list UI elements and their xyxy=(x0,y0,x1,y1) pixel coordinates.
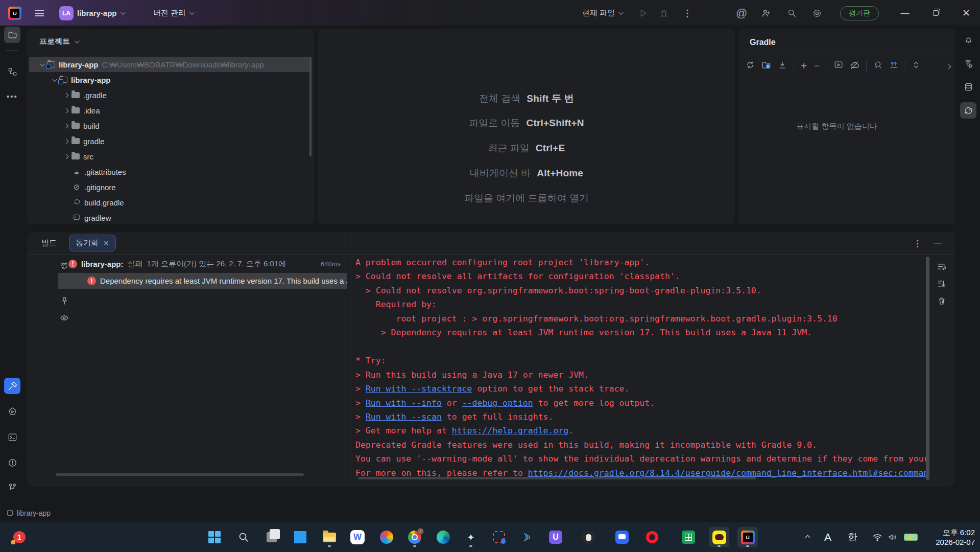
ime-korean-indicator[interactable]: 한 xyxy=(848,522,857,552)
more-tool-windows-icon[interactable]: ••• xyxy=(4,88,20,104)
wifi-icon[interactable] xyxy=(872,522,882,552)
taskbar-clock[interactable]: 오후 6:022026-02-07 xyxy=(936,522,975,552)
tray-expand-icon[interactable] xyxy=(806,522,809,552)
main-menu-button[interactable] xyxy=(35,0,44,26)
build-console[interactable]: A problem occurred configuring root proj… xyxy=(355,256,930,480)
hide-build-panel-icon[interactable]: — xyxy=(934,238,942,247)
chevron-right-icon[interactable] xyxy=(64,93,69,98)
build-root-row[interactable]: ! library-app: 실패 1개 오류이(가) 있는 26. 2. 7.… xyxy=(58,256,344,271)
opera-icon[interactable] xyxy=(642,527,662,547)
kakaotalk-icon[interactable] xyxy=(709,527,729,547)
project-tool-icon[interactable] xyxy=(4,27,20,43)
trial-badge[interactable]: 평가판 xyxy=(840,0,879,26)
project-panel-header[interactable]: 프로젝트 xyxy=(39,37,78,47)
chevron-right-icon[interactable] xyxy=(64,123,69,128)
soft-wrap-icon[interactable] xyxy=(937,262,946,273)
tab-sync[interactable]: 동기화 ✕ xyxy=(69,235,116,251)
run-button[interactable] xyxy=(638,0,648,26)
problems-tool-icon[interactable] xyxy=(4,454,20,471)
chevron-right-icon[interactable] xyxy=(64,108,69,113)
tree-item--gradle[interactable]: .gradle xyxy=(29,87,309,103)
scroll-to-end-icon[interactable] xyxy=(937,279,946,291)
whale-browser-icon[interactable]: W xyxy=(347,527,368,547)
tree-item-build[interactable]: build xyxy=(29,118,309,133)
settings-button[interactable] xyxy=(812,0,822,26)
project-scrollbar[interactable] xyxy=(309,57,312,156)
build-more-options-icon[interactable]: ⋮ xyxy=(913,238,922,249)
notification-badge-icon[interactable]: 1 xyxy=(9,527,30,547)
console-link[interactable]: Run with --scan xyxy=(366,412,442,422)
structure-tool-icon[interactable] xyxy=(4,63,20,80)
pin-tab-icon[interactable] xyxy=(59,295,70,306)
console-hscrollbar[interactable] xyxy=(358,477,756,479)
offline-mode-icon[interactable] xyxy=(850,60,859,72)
run-configuration-selector[interactable]: 현재 파일 xyxy=(582,0,622,26)
notifications-icon[interactable] xyxy=(960,31,976,48)
console-link[interactable]: Run with --stacktrace xyxy=(366,384,472,394)
console-link[interactable]: --debug option xyxy=(462,398,533,408)
project-widget[interactable]: LA library-app xyxy=(59,0,124,26)
file-explorer-icon[interactable] xyxy=(319,527,340,547)
close-button[interactable]: ✕ xyxy=(954,0,978,26)
hide-panel-chevron-icon[interactable] xyxy=(947,61,950,71)
task-search-icon[interactable] xyxy=(873,60,882,72)
tree-item-gradle[interactable]: gradle xyxy=(29,133,309,149)
capture-tool-icon[interactable] xyxy=(489,527,509,547)
minimize-button[interactable]: — xyxy=(893,0,917,26)
build-tool-icon[interactable] xyxy=(4,378,20,394)
source-sets-icon[interactable] xyxy=(889,60,898,72)
terminal-tool-icon[interactable] xyxy=(4,429,20,445)
console-link[interactable]: Run with --info xyxy=(366,398,442,408)
tree-item-gradlew[interactable]: gradlew xyxy=(29,210,309,225)
taskbar-search-icon[interactable] xyxy=(233,527,254,547)
debug-tool-icon[interactable]: ✦ xyxy=(461,527,481,547)
remove-icon[interactable]: − xyxy=(814,60,820,72)
tree-item--gitignore[interactable]: ⊘.gitignore xyxy=(29,179,309,195)
sync-gradle-icon[interactable] xyxy=(746,60,755,72)
tree-item-src[interactable]: src xyxy=(29,149,309,164)
chevron-right-icon[interactable] xyxy=(64,139,69,144)
console-vscrollbar[interactable] xyxy=(926,257,929,480)
clear-console-icon[interactable] xyxy=(937,296,946,308)
spreadsheet-app-icon[interactable] xyxy=(678,527,699,547)
battery-icon[interactable] xyxy=(904,522,918,552)
tree-item--gitattributes[interactable]: ≡.gitattributes xyxy=(29,164,309,179)
console-link[interactable]: https://docs.gradle.org/8.14.4/userguide… xyxy=(528,468,929,478)
dark-app-icon[interactable] xyxy=(578,527,599,547)
build-error-row[interactable]: ! Dependency requires at least JVM runti… xyxy=(58,273,347,289)
vcs-widget[interactable]: 버전 관리 xyxy=(153,0,193,26)
search-everywhere-button[interactable] xyxy=(787,0,797,26)
build-tree-hscrollbar[interactable] xyxy=(56,473,304,476)
restore-button[interactable] xyxy=(924,0,947,26)
console-link[interactable]: https://help.gradle.org xyxy=(452,426,568,435)
volume-icon[interactable] xyxy=(888,522,898,552)
chevron-down-icon[interactable] xyxy=(52,77,57,82)
services-tool-icon[interactable] xyxy=(4,403,20,420)
chrome-icon[interactable] xyxy=(404,527,425,547)
close-tab-icon[interactable]: ✕ xyxy=(103,239,109,247)
code-with-me-button[interactable] xyxy=(761,0,771,26)
debug-button[interactable] xyxy=(659,0,668,26)
chevron-down-icon[interactable] xyxy=(40,61,45,66)
run-task-icon[interactable] xyxy=(834,60,843,72)
u-app-icon[interactable]: U xyxy=(545,527,566,547)
add-icon[interactable]: + xyxy=(801,60,807,72)
more-actions-button[interactable]: ⋮ xyxy=(683,0,692,26)
task-view-icon[interactable] xyxy=(261,527,282,547)
status-project-name[interactable]: library-app xyxy=(17,509,51,517)
edge-icon[interactable] xyxy=(433,527,453,547)
show-output-eye-icon[interactable] xyxy=(59,312,70,324)
tree-item-library-app[interactable]: library-app xyxy=(29,72,309,87)
start-button[interactable] xyxy=(204,527,225,547)
ai-learn-icon[interactable] xyxy=(960,56,976,72)
attach-gradle-project-icon[interactable] xyxy=(761,60,771,72)
tree-item--idea[interactable]: .idea xyxy=(29,103,309,118)
tree-item-build-gradle[interactable]: build.gradle xyxy=(29,195,309,210)
tree-item-library-app[interactable]: library-app C:₩Users₩BORATR₩Downloads₩li… xyxy=(29,57,309,72)
arcs-app-icon[interactable] xyxy=(516,527,536,547)
ai-assistant-icon[interactable]: @ xyxy=(736,0,747,26)
intellij-taskbar-icon[interactable] xyxy=(737,527,758,547)
download-sources-icon[interactable] xyxy=(778,60,787,72)
messenger-app-icon[interactable] xyxy=(612,527,632,547)
ime-latin-indicator[interactable]: A xyxy=(824,522,831,552)
